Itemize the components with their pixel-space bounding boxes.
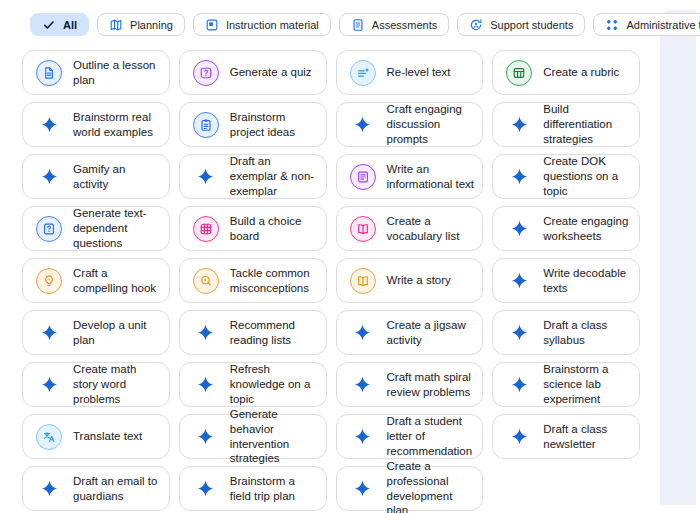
card-label: Generate text-dependent questions (73, 206, 161, 251)
sparkle-icon (506, 320, 532, 346)
re-level-icon (350, 60, 376, 86)
card-label: Draft an exemplar & non-exemplar (230, 154, 318, 199)
prompt-card-craft-math-spiral-review-problems[interactable]: Craft math spiral review problems (336, 362, 484, 407)
prompt-card-recommend-reading-lists[interactable]: Recommend reading lists (179, 310, 327, 355)
filter-chip-support-students[interactable]: Support students (457, 13, 585, 36)
sparkle-icon (36, 320, 62, 346)
prompt-card-generate-behavior-intervention-strategies[interactable]: Generate behavior intervention strategie… (179, 414, 327, 459)
sparkle-icon (350, 372, 376, 398)
file-tab-icon (205, 18, 219, 32)
prompt-card-brainstorm-a-science-lab-experiment[interactable]: Brainstorm a science lab experiment (492, 362, 640, 407)
prompt-card-gamify-an-activity[interactable]: Gamify an activity (22, 154, 170, 199)
card-label: Write a story (387, 273, 475, 288)
card-label: Create math story word problems (73, 362, 161, 407)
prompt-card-draft-a-class-syllabus[interactable]: Draft a class syllabus (492, 310, 640, 355)
prompt-card-build-a-choice-board[interactable]: Build a choice board (179, 206, 327, 251)
card-label: Draft a class newsletter (543, 422, 631, 452)
sparkle-icon (193, 476, 219, 502)
prompt-card-draft-a-class-newsletter[interactable]: Draft a class newsletter (492, 414, 640, 459)
story-book-icon (350, 268, 376, 294)
prompt-card-brainstorm-real-world-examples[interactable]: Brainstorm real world examples (22, 102, 170, 147)
prompt-card-create-dok-questions-on-a-topic[interactable]: Create DOK questions on a topic (492, 154, 640, 199)
filter-chip-all[interactable]: All (30, 13, 89, 36)
sparkle-icon (506, 216, 532, 242)
card-label: Re-level text (387, 65, 475, 80)
card-label: Create a rubric (543, 65, 631, 80)
prompt-card-write-decodable-texts[interactable]: Write decodable texts (492, 258, 640, 303)
prompt-gallery-page: AllPlanningInstruction materialAssessmen… (0, 0, 700, 513)
card-label: Translate text (73, 429, 161, 444)
prompt-card-build-differentiation-strategies[interactable]: Build differentiation strategies (492, 102, 640, 147)
card-label: Write decodable texts (543, 266, 631, 296)
prompt-card-create-engaging-worksheets[interactable]: Create engaging worksheets (492, 206, 640, 251)
prompt-card-generate-a-quiz[interactable]: Generate a quiz (179, 50, 327, 95)
card-label: Tackle common misconceptions (230, 266, 318, 296)
prompt-card-create-math-story-word-problems[interactable]: Create math story word problems (22, 362, 170, 407)
filter-chip-administrative-tasks[interactable]: Administrative tasks (593, 13, 700, 36)
card-label: Recommend reading lists (230, 318, 318, 348)
filter-chip-assessments[interactable]: Assessments (339, 13, 449, 36)
card-label: Build a choice board (230, 214, 318, 244)
misconception-icon (193, 268, 219, 294)
prompt-card-generate-text-dependent-questions[interactable]: Generate text-dependent questions (22, 206, 170, 251)
prompt-card-write-an-informational-text[interactable]: Write an informational text (336, 154, 484, 199)
choice-board-icon (193, 216, 219, 242)
prompt-card-tackle-common-misconceptions[interactable]: Tackle common misconceptions (179, 258, 327, 303)
chip-label: Administrative tasks (626, 19, 700, 31)
card-label: Brainstorm project ideas (230, 110, 318, 140)
prompt-card-outline-a-lesson-plan[interactable]: Outline a lesson plan (22, 50, 170, 95)
card-label: Brainstorm real world examples (73, 110, 161, 140)
chip-label: Assessments (372, 19, 437, 31)
prompt-card-translate-text[interactable]: Translate text (22, 414, 170, 459)
chip-label: Planning (130, 19, 173, 31)
lesson-plan-icon (36, 60, 62, 86)
prompt-card-create-a-jigsaw-activity[interactable]: Create a jigsaw activity (336, 310, 484, 355)
filter-chip-instruction-material[interactable]: Instruction material (193, 13, 331, 36)
prompt-card-brainstorm-project-ideas[interactable]: Brainstorm project ideas (179, 102, 327, 147)
card-label: Generate a quiz (230, 65, 318, 80)
card-label: Write an informational text (387, 162, 475, 192)
card-label: Craft a compelling hook (73, 266, 161, 296)
card-label: Create a vocabulary list (387, 214, 475, 244)
card-label: Refresh knowledge on a topic (230, 362, 318, 407)
prompt-card-create-a-professional-development-plan[interactable]: Create a professional development plan (336, 466, 484, 511)
sparkle-icon (36, 112, 62, 138)
prompt-card-write-a-story[interactable]: Write a story (336, 258, 484, 303)
side-panel-strip (660, 10, 696, 505)
card-label: Craft math spiral review problems (387, 370, 475, 400)
text-questions-icon (36, 216, 62, 242)
prompt-card-re-level-text[interactable]: Re-level text (336, 50, 484, 95)
chip-label: Instruction material (226, 19, 319, 31)
project-ideas-icon (193, 112, 219, 138)
prompt-card-grid: Outline a lesson planGenerate a quizRe-l… (22, 50, 640, 511)
sparkle-icon (506, 268, 532, 294)
prompt-card-create-a-vocabulary-list[interactable]: Create a vocabulary list (336, 206, 484, 251)
lightbulb-icon (36, 268, 62, 294)
map-icon (109, 18, 123, 32)
chip-label: All (63, 19, 77, 31)
card-label: Create a professional development plan (387, 459, 475, 513)
card-label: Draft an email to guardians (73, 474, 161, 504)
prompt-card-draft-an-exemplar-non-exemplar[interactable]: Draft an exemplar & non-exemplar (179, 154, 327, 199)
card-label: Generate behavior intervention strategie… (230, 407, 318, 467)
prompt-card-craft-engaging-discussion-prompts[interactable]: Craft engaging discussion prompts (336, 102, 484, 147)
prompt-card-create-a-rubric[interactable]: Create a rubric (492, 50, 640, 95)
prompt-card-refresh-knowledge-on-a-topic[interactable]: Refresh knowledge on a topic (179, 362, 327, 407)
prompt-card-craft-a-compelling-hook[interactable]: Craft a compelling hook (22, 258, 170, 303)
prompt-card-develop-a-unit-plan[interactable]: Develop a unit plan (22, 310, 170, 355)
card-label: Develop a unit plan (73, 318, 161, 348)
sparkle-icon (350, 424, 376, 450)
sparkle-icon (350, 112, 376, 138)
sparkle-icon (506, 112, 532, 138)
prompt-card-draft-a-student-letter-of-recommendation[interactable]: Draft a student letter of recommendation (336, 414, 484, 459)
prompt-card-brainstorm-a-field-trip-plan[interactable]: Brainstorm a field trip plan (179, 466, 327, 511)
sparkle-icon (506, 164, 532, 190)
card-label: Create a jigsaw activity (387, 318, 475, 348)
prompt-card-draft-an-email-to-guardians[interactable]: Draft an email to guardians (22, 466, 170, 511)
card-label: Brainstorm a science lab experiment (543, 362, 631, 407)
card-label: Brainstorm a field trip plan (230, 474, 318, 504)
sparkle-icon (36, 476, 62, 502)
filter-chip-planning[interactable]: Planning (97, 13, 185, 36)
filter-chip-bar: AllPlanningInstruction materialAssessmen… (30, 13, 700, 36)
chip-label: Support students (490, 19, 573, 31)
